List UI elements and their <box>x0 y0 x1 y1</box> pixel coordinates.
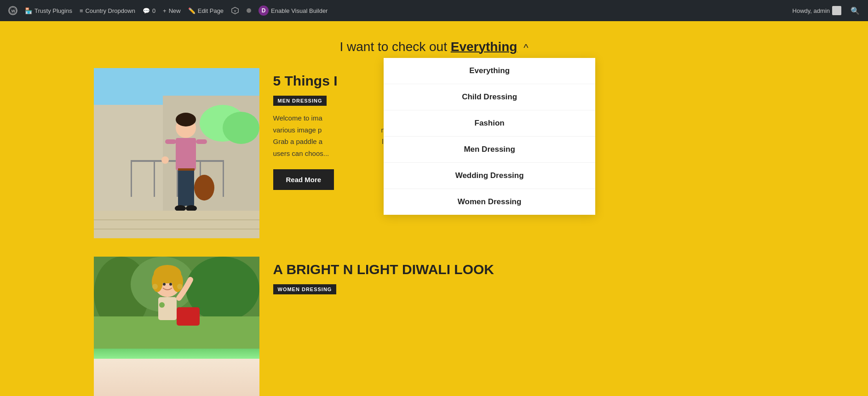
search-button[interactable]: 🔍 <box>847 0 863 21</box>
yoast-button[interactable]: Y <box>227 0 243 21</box>
svg-point-38 <box>152 272 163 292</box>
svg-point-45 <box>159 302 165 308</box>
svg-rect-19 <box>196 139 207 144</box>
svg-rect-17 <box>176 138 196 170</box>
dropdown-item-women-dressing[interactable]: Women Dressing <box>384 189 595 215</box>
site-name-button[interactable]: 🏪 Trusty Plugins <box>21 0 76 21</box>
category-dropdown-container: Everything ^ Everything Child Dressing F… <box>451 40 529 54</box>
woo-icon: 🏪 <box>25 7 32 14</box>
svg-point-25 <box>186 205 197 212</box>
selected-category[interactable]: Everything <box>451 40 517 54</box>
divi-icon: D <box>259 6 269 16</box>
adminbar-right: Howdy, admin 🔍 <box>789 0 863 21</box>
search-icon: 🔍 <box>851 6 860 15</box>
svg-rect-11 <box>154 160 155 197</box>
svg-point-41 <box>169 283 172 286</box>
new-label: New <box>169 7 181 14</box>
svg-point-40 <box>163 283 166 286</box>
dot-button[interactable] <box>243 0 255 21</box>
svg-rect-35 <box>177 307 200 326</box>
category-dropdown-menu: Everything Child Dressing Fashion Men Dr… <box>384 58 595 215</box>
svg-text:Y: Y <box>234 9 236 13</box>
post-thumbnail-2 <box>94 257 259 396</box>
svg-rect-44 <box>158 297 177 320</box>
status-dot <box>247 8 251 13</box>
comments-count: 0 <box>152 7 155 14</box>
svg-point-24 <box>175 205 186 212</box>
filter-header: I want to check out Everything ^ Everyth… <box>9 40 859 54</box>
svg-text:W: W <box>11 9 16 13</box>
svg-rect-10 <box>131 160 132 197</box>
page-content: I want to check out Everything ^ Everyth… <box>0 21 868 396</box>
pencil-icon: ✏️ <box>188 7 195 14</box>
svg-rect-21 <box>178 169 186 206</box>
menu-button[interactable]: ≡ Country Dropdown <box>76 0 139 21</box>
svg-point-23 <box>194 175 214 201</box>
svg-rect-22 <box>186 169 194 206</box>
post-content-2: A BRIGHT N LIGHT DIWALI LOOK WOMEN DRESS… <box>273 257 775 301</box>
svg-rect-26 <box>178 168 195 171</box>
comments-button[interactable]: 💬 0 <box>139 0 159 21</box>
read-more-button[interactable]: Read More <box>273 169 334 190</box>
plus-icon: + <box>163 7 167 14</box>
visual-builder-button[interactable]: D Enable Visual Builder <box>255 0 331 21</box>
svg-point-42 <box>152 284 158 289</box>
site-name-label: Trusty Plugins <box>34 7 72 14</box>
dropdown-item-child-dressing[interactable]: Child Dressing <box>384 84 595 110</box>
svg-point-39 <box>172 272 183 292</box>
howdy-label: Howdy, admin <box>793 7 830 14</box>
dropdown-item-men-dressing[interactable]: Men Dressing <box>384 137 595 163</box>
menu-label: Country Dropdown <box>85 7 135 14</box>
edit-label: Edit Page <box>198 7 224 14</box>
post-thumbnail <box>94 68 259 238</box>
post-tag: MEN DRESSING <box>273 96 327 106</box>
svg-point-20 <box>161 156 169 164</box>
svg-rect-14 <box>223 160 224 197</box>
visual-builder-label: Enable Visual Builder <box>271 7 328 14</box>
dropdown-item-wedding-dressing[interactable]: Wedding Dressing <box>384 163 595 189</box>
svg-point-16 <box>176 113 196 126</box>
svg-point-43 <box>177 284 183 289</box>
svg-point-8 <box>223 112 259 144</box>
howdy-button[interactable]: Howdy, admin <box>789 0 845 21</box>
post-item: A BRIGHT N LIGHT DIWALI LOOK WOMEN DRESS… <box>94 257 775 396</box>
svg-rect-18 <box>165 139 176 144</box>
svg-rect-27 <box>94 211 259 238</box>
filter-prefix: I want to check out <box>339 40 447 54</box>
comments-icon: 💬 <box>143 7 150 14</box>
admin-bar: W 🏪 Trusty Plugins ≡ Country Dropdown 💬 … <box>0 0 868 21</box>
post-title-2: A BRIGHT N LIGHT DIWALI LOOK <box>273 261 775 278</box>
wp-logo-button[interactable]: W <box>5 0 21 21</box>
post-tag-2: WOMEN DRESSING <box>273 284 337 294</box>
avatar <box>832 6 841 15</box>
dropdown-caret[interactable]: ^ <box>523 42 528 53</box>
dropdown-item-fashion[interactable]: Fashion <box>384 110 595 137</box>
menu-icon: ≡ <box>80 7 83 14</box>
dropdown-item-everything[interactable]: Everything <box>384 58 595 84</box>
new-content-button[interactable]: + New <box>159 0 184 21</box>
edit-page-button[interactable]: ✏️ Edit Page <box>184 0 227 21</box>
